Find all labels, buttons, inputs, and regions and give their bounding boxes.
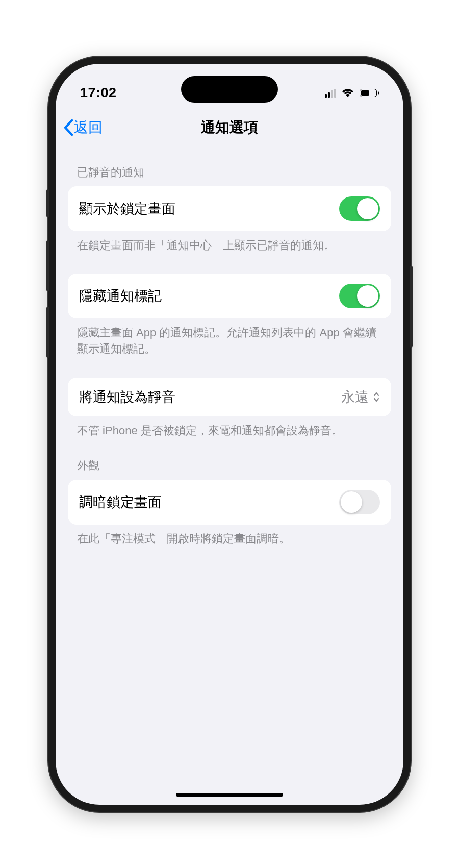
picker-value: 永遠 bbox=[341, 388, 369, 406]
cellular-icon bbox=[325, 89, 336, 98]
toggle-knob bbox=[341, 491, 362, 513]
row-label: 調暗鎖定畫面 bbox=[79, 493, 162, 511]
toggle-hide-badges[interactable] bbox=[339, 284, 380, 308]
row-hide-badges: 隱藏通知標記 bbox=[68, 274, 391, 318]
wifi-icon bbox=[341, 88, 354, 98]
section-header-muted: 已靜音的通知 bbox=[68, 145, 391, 186]
toggle-knob bbox=[357, 285, 378, 307]
status-time: 17:02 bbox=[80, 85, 117, 101]
back-button[interactable]: 返回 bbox=[63, 118, 103, 137]
row-label: 顯示於鎖定畫面 bbox=[79, 200, 175, 218]
section-footer-mute: 不管 iPhone 是否被鎖定，來電和通知都會設為靜音。 bbox=[68, 416, 391, 439]
row-label: 將通知設為靜音 bbox=[79, 388, 175, 406]
phone-frame: 17:02 返回 通知選項 bbox=[48, 57, 411, 812]
value-picker: 永遠 bbox=[341, 388, 380, 406]
section-header-appearance: 外觀 bbox=[68, 439, 391, 480]
side-button-vol-down bbox=[46, 307, 49, 358]
toggle-show-on-lock-screen[interactable] bbox=[339, 196, 380, 221]
section-footer-hide-badge: 隱藏主畫面 App 的通知標記。允許通知列表中的 App 會繼續顯示通知標記。 bbox=[68, 318, 391, 357]
status-icons bbox=[325, 88, 379, 98]
up-down-arrows-icon bbox=[373, 391, 380, 403]
side-button-power bbox=[410, 266, 413, 348]
toggle-dim-lock-screen[interactable] bbox=[339, 490, 380, 514]
row-dim-lock-screen: 調暗鎖定畫面 bbox=[68, 480, 391, 525]
chevron-left-icon bbox=[63, 119, 74, 136]
dynamic-island bbox=[181, 76, 278, 103]
row-mute-notifications[interactable]: 將通知設為靜音 永遠 bbox=[68, 378, 391, 416]
home-indicator[interactable] bbox=[176, 793, 283, 797]
page-title: 通知選項 bbox=[201, 118, 258, 137]
row-show-on-lock-screen: 顯示於鎖定畫面 bbox=[68, 186, 391, 231]
battery-icon bbox=[360, 89, 379, 97]
section-footer-dim: 在此「專注模式」開啟時將鎖定畫面調暗。 bbox=[68, 525, 391, 547]
back-label: 返回 bbox=[74, 118, 103, 137]
nav-bar: 返回 通知選項 bbox=[56, 110, 403, 145]
section-footer-show-lock: 在鎖定畫面而非「通知中心」上顯示已靜音的通知。 bbox=[68, 231, 391, 254]
screen: 17:02 返回 通知選項 bbox=[56, 64, 403, 805]
toggle-knob bbox=[357, 198, 378, 219]
content: 已靜音的通知 顯示於鎖定畫面 在鎖定畫面而非「通知中心」上顯示已靜音的通知。 隱… bbox=[56, 145, 403, 547]
row-label: 隱藏通知標記 bbox=[79, 287, 162, 305]
side-button-vol-up bbox=[46, 240, 49, 291]
side-button-mute bbox=[46, 189, 49, 217]
